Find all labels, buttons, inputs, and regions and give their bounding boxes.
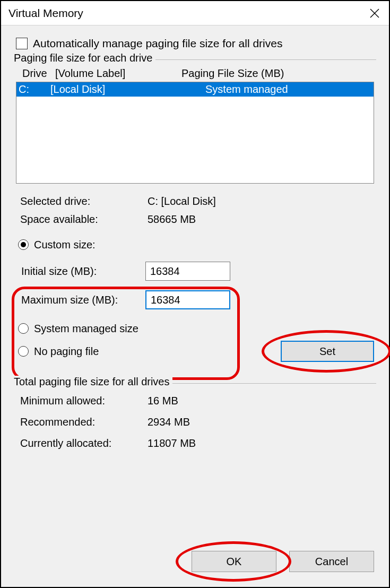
close-button[interactable] (368, 6, 382, 20)
selected-drive-label: Selected drive: (20, 192, 148, 210)
recommended-value: 2934 MB (148, 411, 374, 433)
selected-drive-info: Selected drive: C: [Local Disk] Space av… (20, 192, 374, 228)
no-paging-radio[interactable] (18, 346, 29, 357)
min-allowed-value: 16 MB (148, 390, 374, 411)
totals: Minimum allowed: 16 MB Recommended: 2934… (20, 390, 374, 454)
virtual-memory-dialog: Virtual Memory Automatically manage pagi… (0, 0, 390, 588)
titlebar: Virtual Memory (1, 1, 389, 25)
custom-size-radio-row: Custom size: (18, 236, 376, 254)
window-title: Virtual Memory (8, 7, 83, 20)
total-paging-legend: Total paging file size for all drives (14, 376, 172, 388)
cancel-button[interactable]: Cancel (289, 551, 374, 572)
no-paging-and-set-row: No paging file Set (18, 341, 376, 362)
maximum-size-input[interactable] (145, 290, 230, 309)
ok-button[interactable]: OK (192, 551, 276, 572)
space-available-label: Space available: (20, 210, 148, 228)
drive-volume-label: [Local Disk] (50, 83, 205, 96)
selected-drive-value: C: [Local Disk] (148, 192, 374, 210)
dialog-content: Automatically manage paging file size fo… (1, 25, 389, 541)
space-available-value: 58665 MB (148, 210, 374, 228)
system-managed-label: System managed size (34, 319, 138, 338)
auto-manage-checkbox[interactable] (16, 38, 28, 49)
drive-letter: C: (19, 83, 50, 96)
drive-list[interactable]: C: [Local Disk] System managed (16, 82, 374, 184)
custom-size-block: Custom size: Initial size (MB): Maximum … (14, 236, 376, 314)
header-paging-size: Paging File Size (MB) (181, 67, 372, 80)
custom-size-inputs: Initial size (MB): Maximum size (MB): (21, 257, 376, 314)
currently-allocated-value: 11807 MB (148, 433, 374, 454)
initial-size-label: Initial size (MB): (21, 265, 145, 278)
maximum-size-label: Maximum size (MB): (21, 294, 145, 306)
drive-paging-size: System managed (205, 83, 371, 96)
drive-row[interactable]: C: [Local Disk] System managed (16, 82, 374, 97)
header-drive: Drive (22, 67, 55, 80)
paging-per-drive-legend: Paging file size for each drive (14, 52, 155, 64)
auto-manage-label: Automatically manage paging file size fo… (33, 37, 282, 50)
drive-list-header: Drive [Volume Label] Paging File Size (M… (16, 67, 374, 82)
close-icon (370, 8, 379, 18)
min-allowed-label: Minimum allowed: (20, 390, 148, 411)
custom-size-radio[interactable] (18, 239, 29, 250)
total-paging-group: Total paging file size for all drives Mi… (14, 383, 376, 454)
auto-manage-row: Automatically manage paging file size fo… (16, 37, 376, 50)
paging-per-drive-group: Paging file size for each drive Drive [V… (14, 59, 376, 362)
system-managed-radio[interactable] (18, 323, 29, 334)
set-button[interactable]: Set (281, 341, 374, 362)
drive-list-wrap: Drive [Volume Label] Paging File Size (M… (16, 67, 374, 184)
system-managed-radio-row: System managed size (18, 319, 376, 338)
custom-size-label: Custom size: (34, 236, 96, 254)
recommended-label: Recommended: (20, 411, 148, 433)
currently-allocated-label: Currently allocated: (20, 433, 148, 454)
header-volume-label: [Volume Label] (55, 67, 181, 80)
dialog-footer: OK Cancel (1, 541, 389, 587)
no-paging-label: No paging file (34, 345, 99, 358)
initial-size-input[interactable] (145, 262, 230, 281)
